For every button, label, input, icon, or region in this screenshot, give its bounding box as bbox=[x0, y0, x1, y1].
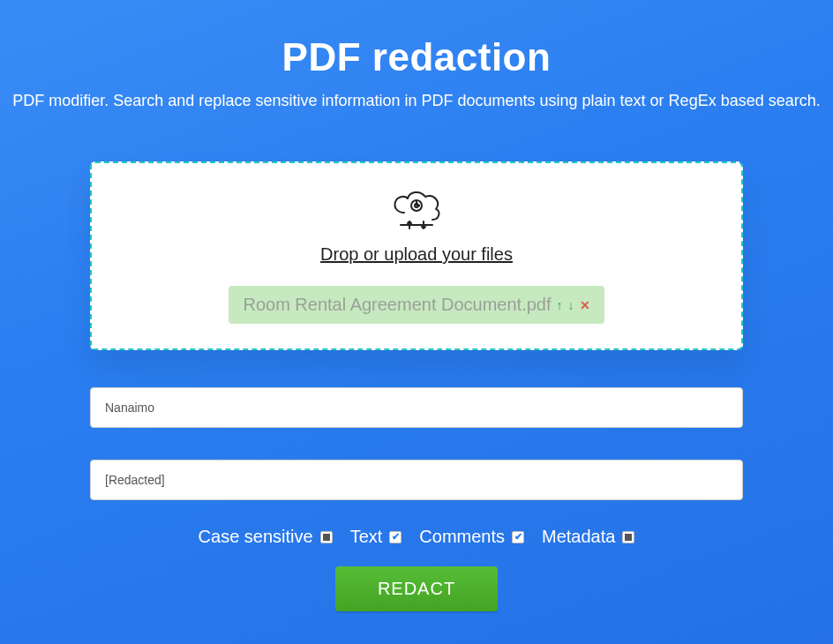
file-dropzone[interactable]: Drop or upload your files Room Rental Ag… bbox=[90, 161, 743, 350]
redact-button[interactable]: REDACT bbox=[335, 566, 498, 611]
search-input[interactable] bbox=[90, 387, 743, 428]
case-sensitive-checkbox[interactable] bbox=[320, 531, 333, 543]
uploaded-file-chip: Room Rental Agreement Document.pdf ↑ ↓ ✕ bbox=[229, 286, 604, 324]
case-sensitive-label: Case sensitive bbox=[199, 527, 313, 547]
comments-checkbox[interactable] bbox=[512, 531, 524, 543]
text-label: Text bbox=[350, 527, 383, 547]
metadata-label: Metadata bbox=[542, 527, 615, 547]
comments-option[interactable]: Comments bbox=[419, 527, 524, 547]
move-up-icon[interactable]: ↑ bbox=[557, 299, 563, 311]
text-checkbox[interactable] bbox=[389, 531, 401, 543]
page-subtitle: PDF modifier. Search and replace sensiti… bbox=[0, 92, 833, 110]
move-down-icon[interactable]: ↓ bbox=[568, 299, 574, 311]
replace-input[interactable] bbox=[90, 460, 743, 500]
uploaded-file-name: Room Rental Agreement Document.pdf bbox=[243, 295, 551, 315]
cloud-upload-icon bbox=[113, 186, 720, 232]
case-sensitive-option[interactable]: Case sensitive bbox=[199, 527, 333, 547]
options-row: Case sensitive Text Comments Metadata bbox=[90, 527, 743, 547]
metadata-checkbox[interactable] bbox=[622, 531, 634, 543]
remove-file-icon[interactable]: ✕ bbox=[580, 299, 590, 311]
drop-label[interactable]: Drop or upload your files bbox=[320, 244, 513, 265]
metadata-option[interactable]: Metadata bbox=[542, 527, 634, 547]
comments-label: Comments bbox=[419, 527, 505, 547]
page-title: PDF redaction bbox=[0, 35, 833, 79]
text-option[interactable]: Text bbox=[350, 527, 402, 547]
